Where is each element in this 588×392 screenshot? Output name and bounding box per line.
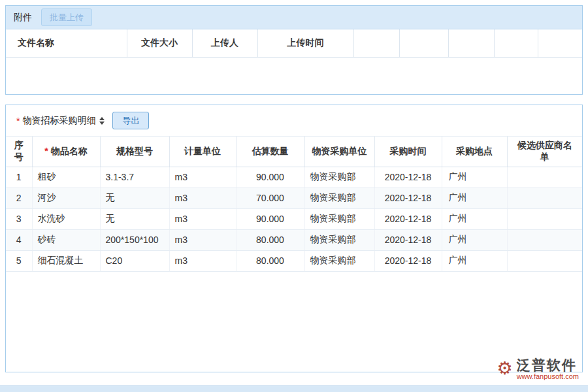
attachments-column-header [448, 29, 494, 57]
table-row[interactable]: 4砂砖200*150*100m380.000物资采购部2020-12-18广州 [6, 229, 582, 250]
sort-control-icon[interactable] [99, 117, 105, 125]
sort-down-icon [99, 122, 105, 125]
procurement-column-header: 计量单位 [169, 137, 236, 167]
table-row[interactable]: 1粗砂3.1-3.7m390.000物资采购部2020-12-18广州 [6, 167, 582, 188]
cell-name: 水洗砂 [32, 208, 100, 229]
cell-spec: 无 [100, 208, 169, 229]
procurement-header-row: 序号*物品名称规格型号计量单位估算数量物资采购单位采购时间采购地点候选供应商名单 [6, 137, 582, 167]
cell-suppliers [507, 188, 582, 208]
table-row[interactable]: 5细石混凝土C20m380.000物资采购部2020-12-18广州 [6, 250, 582, 271]
cell-seq: 2 [6, 188, 32, 208]
attachments-column-header [538, 29, 582, 57]
cell-date: 2020-12-18 [374, 188, 442, 208]
procurement-column-header: 规格型号 [100, 137, 169, 167]
cell-qty: 90.000 [236, 208, 304, 229]
vendor-watermark-text: 泛普软件 www.fanpusoft.com [517, 357, 579, 380]
cell-date: 2020-12-18 [374, 167, 442, 188]
cell-spec: 无 [100, 188, 169, 208]
sort-up-icon [99, 117, 105, 120]
cell-qty: 90.000 [236, 167, 304, 188]
cell-unit: m3 [169, 188, 236, 208]
cell-suppliers [507, 167, 582, 188]
procurement-panel: * 物资招标采购明细 导出 序号*物品名称规格型号计量单位估算数量物资采购单位采… [5, 105, 583, 372]
table-row[interactable]: 2河沙无m370.000物资采购部2020-12-18广州 [6, 188, 582, 208]
cell-unit: m3 [169, 208, 236, 229]
procurement-title: 物资招标采购明细 [22, 115, 95, 127]
cell-date: 2020-12-18 [374, 229, 442, 250]
cell-name: 粗砂 [32, 167, 100, 188]
procurement-column-header: 采购时间 [374, 137, 442, 167]
cell-seq: 5 [6, 250, 32, 271]
cell-place: 广州 [442, 167, 507, 188]
cell-unit: m3 [169, 250, 236, 271]
cell-buyer: 物资采购部 [304, 208, 374, 229]
cell-buyer: 物资采购部 [304, 250, 374, 271]
procurement-body: 1粗砂3.1-3.7m390.000物资采购部2020-12-18广州2河沙无m… [6, 167, 582, 271]
cell-buyer: 物资采购部 [304, 167, 374, 188]
cell-unit: m3 [169, 167, 236, 188]
cell-seq: 1 [6, 167, 32, 188]
cell-place: 广州 [442, 208, 507, 229]
attachments-empty-row [6, 57, 582, 93]
attachments-column-header: 文件名称 [6, 29, 127, 57]
cell-buyer: 物资采购部 [304, 188, 374, 208]
cell-spec: 200*150*100 [100, 229, 169, 250]
procurement-title-row: * 物资招标采购明细 导出 [6, 105, 582, 137]
cell-place: 广州 [442, 250, 507, 271]
attachments-column-header: 上传人 [192, 29, 257, 57]
gear-logo-icon: ⚙ [497, 360, 512, 378]
cell-buyer: 物资采购部 [304, 229, 374, 250]
cell-suppliers [507, 229, 582, 250]
attachments-title: 附件 [14, 12, 32, 24]
attachments-column-header: 上传时间 [257, 29, 353, 57]
cell-spec: C20 [100, 250, 169, 271]
cell-name: 砂砖 [32, 229, 100, 250]
procurement-table: 序号*物品名称规格型号计量单位估算数量物资采购单位采购时间采购地点候选供应商名单… [6, 137, 582, 272]
attachments-column-header [353, 29, 399, 57]
cell-date: 2020-12-18 [374, 250, 442, 271]
attachments-header-bar: 附件 批量上传 [6, 6, 582, 29]
procurement-column-header: 序号 [6, 137, 32, 167]
cell-place: 广州 [442, 229, 507, 250]
cell-seq: 4 [6, 229, 32, 250]
cell-qty: 80.000 [236, 229, 304, 250]
vendor-watermark: ⚙ 泛普软件 www.fanpusoft.com [497, 357, 579, 380]
cell-qty: 80.000 [236, 250, 304, 271]
procurement-column-header: 物资采购单位 [304, 137, 374, 167]
cell-date: 2020-12-18 [374, 208, 442, 229]
attachments-column-header [494, 29, 538, 57]
cell-suppliers [507, 250, 582, 271]
procurement-column-header: 估算数量 [236, 137, 304, 167]
required-asterisk: * [44, 146, 48, 156]
cell-seq: 3 [6, 208, 32, 229]
procurement-column-header: *物品名称 [32, 137, 100, 167]
cell-spec: 3.1-3.7 [100, 167, 169, 188]
cell-place: 广州 [442, 188, 507, 208]
attachments-panel: 附件 批量上传 文件名称文件大小上传人上传时间 [5, 5, 583, 95]
attachments-table: 文件名称文件大小上传人上传时间 [6, 29, 582, 93]
cell-suppliers [507, 208, 582, 229]
procurement-column-header: 候选供应商名单 [507, 137, 582, 167]
horizontal-scrollbar[interactable] [0, 385, 588, 392]
procurement-column-header: 采购地点 [442, 137, 507, 167]
cell-unit: m3 [169, 229, 236, 250]
attachments-empty-area [6, 57, 582, 93]
table-row[interactable]: 3水洗砂无m390.000物资采购部2020-12-18广州 [6, 208, 582, 229]
required-asterisk: * [16, 116, 20, 126]
attachments-header-row: 文件名称文件大小上传人上传时间 [6, 29, 582, 57]
cell-name: 河沙 [32, 188, 100, 208]
export-button[interactable]: 导出 [112, 112, 149, 130]
attachments-column-header: 文件大小 [127, 29, 192, 57]
attachments-column-header [399, 29, 448, 57]
cell-name: 细石混凝土 [32, 250, 100, 271]
batch-upload-button[interactable]: 批量上传 [41, 8, 92, 27]
vendor-brand: 泛普软件 [517, 357, 577, 372]
vendor-url: www.fanpusoft.com [517, 372, 579, 380]
cell-qty: 70.000 [236, 188, 304, 208]
